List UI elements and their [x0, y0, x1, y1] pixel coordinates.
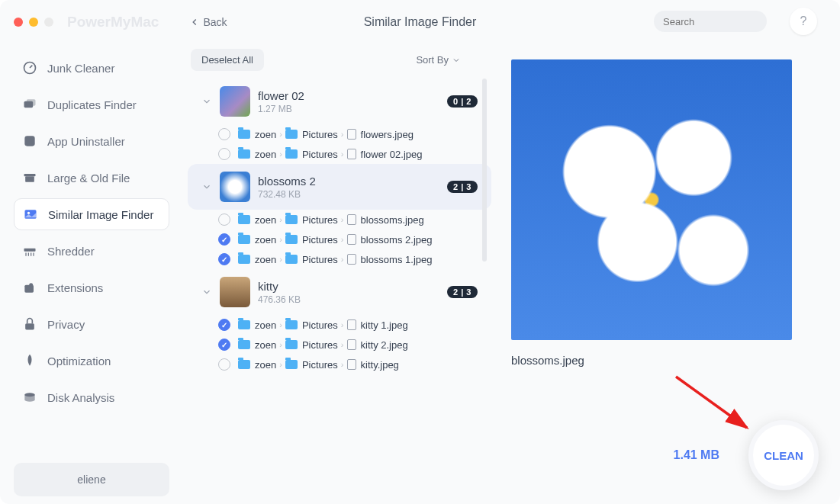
file-checkbox[interactable] [218, 233, 230, 246]
scrollbar[interactable] [482, 79, 487, 406]
path-separator-icon: › [279, 255, 282, 264]
file-checkbox[interactable] [218, 358, 230, 371]
path-segment: zoen [255, 214, 276, 226]
disk-icon [21, 389, 38, 406]
path-segment: zoen [255, 339, 276, 351]
path-segment: Pictures [302, 149, 338, 160]
group-name: blossoms 2 [258, 175, 447, 188]
group-header[interactable]: flower 02 1.27 MB 0 | 2 [188, 79, 491, 124]
file-icon [347, 254, 356, 265]
folder-icon [238, 215, 250, 224]
file-icon [347, 319, 356, 330]
folder-icon [238, 360, 250, 369]
path-segment: zoen [255, 319, 276, 331]
folder-icon [285, 360, 298, 369]
file-row[interactable]: zoen›Pictures› kitty 1.jpeg [183, 315, 496, 335]
sidebar-item-label: App Uninstaller [47, 135, 125, 148]
folder-icon [285, 235, 298, 244]
maximize-window-icon[interactable] [44, 18, 53, 27]
sidebar-item-junk-cleaner[interactable]: Junk Cleaner [14, 52, 169, 84]
path-separator-icon: › [279, 149, 282, 159]
file-checkbox[interactable] [218, 213, 230, 226]
sort-by-dropdown[interactable]: Sort By [416, 54, 461, 66]
scrollbar-thumb[interactable] [482, 79, 487, 262]
group-header[interactable]: blossoms 2 732.48 KB 2 | 3 [188, 164, 491, 210]
preview-image [511, 59, 792, 340]
image-icon [22, 206, 39, 223]
search-box[interactable] [654, 11, 767, 32]
chevron-down-icon [201, 287, 212, 297]
sidebar-item-privacy[interactable]: Privacy [14, 308, 169, 340]
file-row[interactable]: zoen›Pictures› flower 02.jpeg [183, 144, 496, 164]
lock-icon [21, 316, 38, 332]
group-thumbnail [220, 86, 250, 117]
path-segment: Pictures [302, 319, 338, 331]
file-row[interactable]: zoen›Pictures› blossoms 2.jpeg [183, 230, 496, 249]
folder-icon [238, 320, 250, 329]
file-row[interactable]: zoen›Pictures› kitty.jpeg [183, 355, 496, 374]
file-row[interactable]: zoen›Pictures› flowers.jpeg [183, 124, 496, 144]
deselect-all-button[interactable]: Deselect All [191, 49, 264, 71]
path-segment: zoen [255, 359, 276, 371]
clean-button[interactable]: CLEAN [748, 420, 819, 490]
gauge-icon [21, 59, 38, 76]
file-icon [347, 129, 356, 140]
file-name: kitty.jpeg [361, 359, 399, 371]
shredder-icon [21, 242, 38, 259]
sidebar-item-optimization[interactable]: Optimization [14, 345, 169, 377]
file-name: flowers.jpeg [361, 129, 414, 140]
minimize-window-icon[interactable] [29, 18, 38, 27]
svg-rect-5 [24, 136, 34, 146]
file-checkbox[interactable] [218, 253, 230, 265]
folder-icon [285, 130, 298, 139]
file-icon [347, 339, 356, 350]
archive-icon [21, 169, 38, 186]
sidebar-item-disk-analysis[interactable]: Disk Analysis [14, 381, 169, 413]
sidebar-item-label: Large & Old File [47, 172, 130, 185]
file-checkbox[interactable] [218, 339, 230, 351]
path-segment: Pictures [302, 339, 338, 351]
window-controls[interactable] [14, 18, 53, 27]
user-badge[interactable]: eliene [14, 463, 169, 496]
path-separator-icon: › [279, 340, 282, 349]
group-name: flower 02 [258, 89, 447, 102]
sidebar-item-extensions[interactable]: Extensions [14, 271, 169, 303]
folder-icon [285, 320, 298, 329]
puzzle-icon [21, 279, 38, 296]
group-thumbnail [220, 277, 250, 307]
group-thumbnail [220, 172, 250, 202]
sidebar-item-duplicates-finder[interactable]: Duplicates Finder [14, 88, 169, 120]
sidebar-item-label: Disk Analysis [47, 391, 114, 404]
file-checkbox[interactable] [218, 128, 230, 140]
file-row[interactable]: zoen›Pictures› kitty 2.jpeg [183, 335, 496, 355]
sidebar-item-label: Shredder [47, 245, 95, 258]
path-segment: Pictures [302, 129, 338, 140]
app-brand: PowerMyMac [67, 14, 159, 30]
path-segment: zoen [255, 254, 276, 265]
sidebar-item-shredder[interactable]: Shredder [14, 235, 169, 267]
app-icon [21, 133, 38, 149]
sort-by-label: Sort By [416, 54, 449, 66]
group-size: 1.27 MB [258, 104, 447, 114]
sidebar-item-app-uninstaller[interactable]: App Uninstaller [14, 125, 169, 157]
file-checkbox[interactable] [218, 319, 230, 331]
file-row[interactable]: zoen›Pictures› blossoms.jpeg [183, 210, 496, 230]
sidebar-item-similar-image-finder[interactable]: Similar Image Finder [14, 198, 169, 230]
sidebar-item-large-old-file[interactable]: Large & Old File [14, 162, 169, 194]
close-window-icon[interactable] [14, 18, 23, 27]
file-name: kitty 2.jpeg [361, 339, 408, 351]
path-separator-icon: › [279, 215, 282, 224]
group-header[interactable]: kitty 476.36 KB 2 | 3 [188, 269, 491, 315]
chevron-down-icon [201, 181, 212, 192]
chevron-down-icon [452, 56, 461, 65]
path-segment: zoen [255, 149, 276, 160]
sidebar-item-label: Similar Image Finder [48, 208, 153, 221]
svg-point-9 [27, 212, 30, 214]
file-name: blossoms 1.jpeg [361, 254, 433, 265]
search-input[interactable] [663, 16, 791, 27]
page-title: Similar Image Finder [364, 15, 477, 29]
file-row[interactable]: zoen›Pictures› blossoms 1.jpeg [183, 249, 496, 269]
help-button[interactable]: ? [790, 8, 817, 35]
back-button[interactable]: Back [189, 16, 227, 28]
file-checkbox[interactable] [218, 148, 230, 160]
